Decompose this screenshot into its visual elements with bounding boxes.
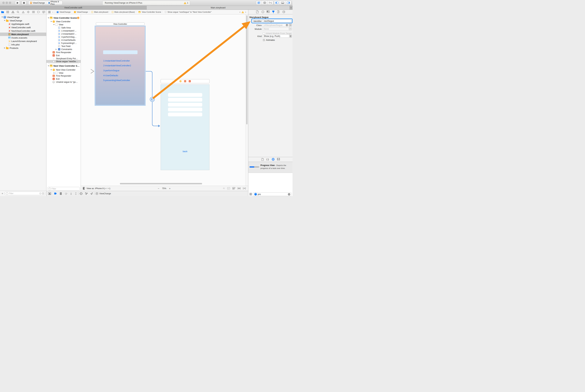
outline-row-viewcontroller[interactable]: View Controller — [46, 20, 81, 23]
library-search-field[interactable]: ✕ — [253, 192, 291, 196]
outline-row-fr2[interactable]: 1 First Responder — [46, 74, 81, 77]
debug-navigator-icon[interactable] — [31, 11, 36, 13]
disclosure-triangle-icon[interactable] — [48, 18, 49, 18]
identifier-field[interactable] — [263, 20, 291, 22]
new-tab-button[interactable]: + — [290, 6, 292, 10]
view-debugger-icon[interactable] — [80, 192, 82, 195]
inherit-module-checkbox[interactable] — [263, 32, 265, 34]
library-grid-toggle-icon[interactable] — [249, 193, 252, 195]
history-back-button[interactable]: ‹ — [52, 10, 53, 13]
window-minimize-button[interactable] — [6, 2, 8, 4]
class-dropdown-button[interactable] — [289, 24, 292, 26]
test-navigator-icon[interactable] — [26, 11, 31, 13]
toggle-inspector-button[interactable] — [285, 1, 291, 5]
canvas-horizontal-scrollbar-thumb[interactable] — [120, 183, 202, 184]
window-close-button[interactable] — [2, 2, 5, 4]
find-navigator-icon[interactable] — [15, 11, 20, 13]
size-inspector-icon[interactable] — [277, 10, 279, 13]
zoom-level[interactable]: 75% — [162, 187, 166, 190]
breakpoint-navigator-icon[interactable] — [36, 11, 41, 13]
breakpoints-toggle-icon[interactable] — [54, 192, 57, 195]
breadcrumb-scene[interactable]: View Controller Scene — [138, 11, 161, 13]
push-segue-icon[interactable] — [150, 97, 154, 102]
code-snippet-library-icon[interactable]: { } — [266, 158, 269, 160]
project-navigator-icon[interactable] — [0, 11, 5, 13]
outline-row-scene1[interactable]: View Controller Scene ➔ — [46, 16, 81, 19]
connections-inspector-icon[interactable] — [282, 10, 285, 13]
previous-issue-button[interactable]: ‹ — [240, 10, 240, 13]
nav-row-assets[interactable]: Assets.xcassets — [0, 36, 46, 40]
outline-row-view[interactable]: View — [46, 23, 81, 26]
simulate-location-icon[interactable] — [90, 192, 93, 195]
running-app-icon[interactable] — [96, 192, 98, 195]
nav-row-group[interactable]: ViewChange — [0, 19, 46, 22]
tab-main-storyboard[interactable]: Main.storyboard — [147, 6, 290, 10]
attributes-inspector-icon[interactable] — [272, 10, 275, 13]
nav-row-products[interactable]: Products — [0, 46, 46, 50]
outline-row-nextvc[interactable]: Next View Controller — [46, 68, 81, 71]
nav-row-main-storyboard[interactable]: Main.storyboard — [0, 32, 46, 36]
identifier-input[interactable] — [264, 20, 290, 22]
nav-row-launchscreen[interactable]: LaunchScreen.storyboard — [0, 40, 46, 43]
outline-row-entrypoint[interactable]: → Storyboard Entry Poi… — [46, 57, 81, 60]
media-library-icon[interactable] — [277, 158, 280, 160]
outline-row-textfield[interactable]: F Text Field — [46, 45, 81, 48]
nav-row-infoplist[interactable]: Info.plist — [0, 43, 46, 46]
outline-row-unwind[interactable]: → Unwind segue to “go… — [46, 80, 81, 84]
file-inspector-icon[interactable] — [256, 10, 258, 13]
navigator-filter-field[interactable] — [5, 192, 45, 195]
module-dropdown-button[interactable] — [289, 28, 292, 30]
source-control-navigator-icon[interactable] — [5, 11, 10, 13]
filter-input[interactable] — [9, 192, 39, 195]
align-icon[interactable] — [233, 187, 235, 190]
running-app-label[interactable]: ViewChange — [99, 192, 111, 195]
disclosure-triangle-icon[interactable] — [50, 70, 52, 70]
disclosure-triangle-icon[interactable] — [48, 66, 49, 66]
next-issue-button[interactable]: › — [245, 10, 246, 13]
update-frames-icon[interactable]: ⟲ — [223, 187, 225, 190]
disclosure-triangle-icon[interactable] — [56, 49, 57, 50]
breadcrumb-segue[interactable]: ‹ Show segue “nextSegue” to “Next View C… — [165, 11, 211, 13]
zoom-out-button[interactable]: − — [158, 187, 159, 190]
outline-row-button5[interactable]: B 5-presentingV… — [46, 42, 81, 44]
breadcrumb-project[interactable]: ViewChange — [57, 11, 70, 13]
symbol-navigator-icon[interactable] — [10, 11, 15, 13]
outline-row-nextvc-view[interactable]: View — [46, 72, 81, 74]
outline-row-button2[interactable]: B 2-instantiateV… — [46, 32, 81, 35]
outline-row-scene2[interactable]: Next View Controller S… — [46, 64, 81, 67]
outline-row-firstresponder[interactable]: 1 First Responder — [46, 51, 81, 54]
resolve-autolayout-icon[interactable]: A — [243, 187, 246, 190]
jump-to-class-icon[interactable]: ➔ — [286, 24, 288, 26]
report-navigator-icon[interactable] — [41, 11, 46, 13]
memory-graph-icon[interactable] — [85, 192, 88, 195]
issue-navigator-icon[interactable] — [20, 11, 26, 13]
assistant-editor-button[interactable] — [262, 1, 267, 5]
scheme-selector[interactable]: A ViewChange 〉 iPhone 8 Plus — [28, 1, 62, 5]
outline-row-exit2[interactable]: ➔ Exit — [46, 78, 81, 80]
scrollbar-thumb[interactable] — [246, 16, 247, 124]
step-into-icon[interactable] — [70, 192, 72, 195]
animates-checkbox[interactable]: ✓ — [263, 39, 265, 41]
toggle-navigator-button[interactable] — [274, 1, 280, 5]
deployment-target-icon[interactable] — [48, 192, 51, 195]
embed-in-stack-icon[interactable] — [227, 187, 230, 190]
toggle-debug-area-button[interactable] — [280, 1, 285, 5]
library-search-input[interactable] — [258, 193, 287, 196]
zoom-in-button[interactable]: + — [169, 187, 171, 190]
identity-inspector-icon[interactable] — [267, 10, 270, 13]
outline-row-button3[interactable]: B 3-performSeg… — [46, 36, 81, 38]
disclosure-triangle-icon[interactable] — [54, 72, 55, 74]
outline-row-segue[interactable]: ‹ Show segue “nextSe… — [46, 60, 81, 63]
disclosure-triangle-icon[interactable] — [50, 21, 52, 22]
warning-icon[interactable]: ! — [241, 11, 244, 13]
go-to-scene-icon[interactable]: ➔ — [77, 17, 79, 19]
breadcrumb-storyboard[interactable]: Main.storyboard — [91, 11, 108, 13]
run-button[interactable] — [15, 1, 20, 5]
outline-row-exit[interactable]: ➔ Exit — [46, 54, 81, 57]
disclosure-triangle-icon[interactable] — [53, 24, 55, 25]
warning-counter[interactable]: ! 1 — [184, 2, 190, 4]
related-items-icon[interactable] — [47, 11, 51, 13]
object-library-icon[interactable] — [272, 158, 275, 161]
nav-row-nextviewcontroller[interactable]: NextViewController.swift — [0, 29, 46, 32]
disclosure-triangle-icon[interactable] — [4, 20, 5, 21]
